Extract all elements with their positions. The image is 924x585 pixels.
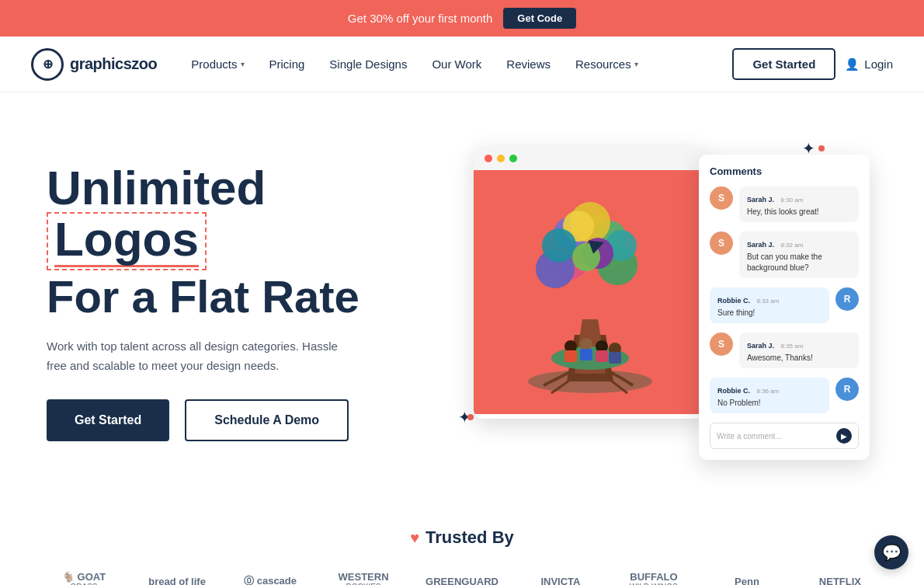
window-dot-red: [485, 155, 492, 162]
comment-item-1: S Sarah J. 8:30 am Hey, this looks great…: [710, 186, 859, 222]
comment-text-1: Hey, this looks great!: [747, 207, 851, 218]
comment-avatar-2: S: [710, 232, 733, 255]
trusted-title: ♥ Trusted By: [31, 528, 893, 548]
brand-logo-6: INVICTA: [530, 576, 592, 586]
svg-rect-21: [580, 349, 592, 360]
comment-text-2: But can you make the background blue?: [747, 252, 851, 273]
brand-logos-row: 🐐 GOATGRASS bread of life ⓪ cascade WEST…: [31, 571, 893, 585]
design-card-body: [474, 170, 707, 414]
svg-point-17: [580, 338, 592, 350]
hero-buttons: Get Started Schedule A Demo: [47, 399, 419, 441]
svg-point-13: [542, 228, 576, 263]
navbar: ⊕ graphicszoo Products ▾ Pricing Single …: [0, 37, 924, 92]
comments-panel-title: Comments: [710, 165, 859, 177]
comment-bubble-4: Sarah J. 8:35 am Awesome, Thanks!: [739, 333, 859, 368]
comment-time-1: 8:30 am: [780, 197, 803, 204]
brand-logo-8: Penn: [716, 576, 778, 586]
logo-icon: ⊕: [31, 48, 64, 81]
heart-icon: ♥: [410, 529, 419, 547]
comment-bubble-5: Robbie C. 8:36 am No Problem!: [710, 378, 829, 413]
comment-avatar-3: R: [835, 287, 859, 311]
comment-input-area[interactable]: Write a comment... ▶: [710, 423, 859, 449]
comment-bubble-3: Robbie C. 8:33 am Sure thing!: [710, 287, 829, 323]
comment-text-3: Sure thing!: [717, 308, 822, 319]
comment-avatar-5: R: [835, 378, 859, 401]
brand-logo-3: ⓪ cascade: [239, 574, 301, 585]
comment-bubble-1: Sarah J. 8:30 am Hey, this looks great!: [739, 186, 859, 222]
brand-logo-9: NETFLIX: [809, 576, 871, 586]
comment-text-5: No Problem!: [717, 398, 822, 409]
comment-time-4: 8:35 am: [780, 343, 803, 350]
hero-subtitle: Work with top talent across all design c…: [47, 336, 357, 376]
brand-logo-1: 🐐 GOATGRASS: [53, 571, 115, 585]
nav-item-single-designs[interactable]: Single Designs: [318, 51, 418, 77]
comment-time-5: 8:36 am: [756, 388, 779, 395]
chat-widget-button[interactable]: 💬: [874, 535, 908, 569]
hero-line1: Unlimited: [47, 161, 266, 214]
svg-rect-22: [596, 350, 608, 362]
nav-actions: Get Started 👤 Login: [732, 48, 893, 80]
svg-rect-20: [564, 350, 577, 362]
chevron-down-icon-2: ▾: [634, 60, 638, 68]
logo-text: graphicszoo: [70, 55, 157, 73]
brand-logo-7: BUFFALOWILD WINGS: [623, 571, 685, 585]
comment-text-4: Awesome, Thanks!: [747, 353, 851, 364]
nav-item-products[interactable]: Products ▾: [180, 51, 255, 77]
logo-link[interactable]: ⊕ graphicszoo: [31, 48, 157, 81]
comment-item-5: R Robbie C. 8:36 am No Problem!: [710, 378, 859, 413]
chevron-down-icon: ▾: [241, 60, 245, 68]
nav-links: Products ▾ Pricing Single Designs Our Wo…: [180, 51, 732, 77]
window-dot-green: [509, 155, 517, 162]
hero-text-area: Unlimited Logos For a Flat Rate Work wit…: [47, 164, 419, 441]
comment-bubble-2: Sarah J. 8:32 am But can you make the ba…: [739, 232, 859, 278]
navbar-get-started-button[interactable]: Get Started: [732, 48, 835, 80]
nav-item-reviews[interactable]: Reviews: [495, 51, 561, 77]
hero-visual: ✦ ✦ ✦: [435, 131, 877, 473]
design-card-header: [474, 147, 707, 170]
comment-name-3: Robbie C.: [717, 297, 750, 305]
comment-item-3: R Robbie C. 8:33 am Sure thing!: [710, 287, 859, 323]
hero-line2: Logos: [47, 212, 207, 270]
nav-item-resources[interactable]: Resources ▾: [564, 51, 649, 77]
hero-get-started-button[interactable]: Get Started: [47, 399, 169, 441]
comment-name-5: Robbie C.: [717, 387, 750, 395]
comment-item-2: S Sarah J. 8:32 am But can you make the …: [710, 232, 859, 278]
brand-logo-5: GREENGUARD: [426, 576, 498, 586]
comment-name-1: Sarah J.: [747, 196, 774, 204]
comment-avatar-4: S: [710, 333, 733, 356]
svg-rect-23: [609, 352, 621, 364]
comment-avatar-1: S: [710, 186, 733, 210]
comments-panel: Comments S Sarah J. 8:30 am Hey, this lo…: [699, 155, 870, 460]
brand-logo-4: WESTERNROCKIES: [332, 571, 394, 585]
hero-heading: Unlimited Logos: [47, 164, 419, 270]
user-icon: 👤: [845, 57, 860, 71]
tree-svg: [497, 179, 683, 405]
comment-input-placeholder: Write a comment...: [717, 432, 832, 440]
top-banner: Get 30% off your first month Get Code: [0, 0, 924, 37]
hero-section: Unlimited Logos For a Flat Rate Work wit…: [0, 92, 924, 496]
login-button[interactable]: 👤 Login: [845, 57, 893, 71]
comment-name-2: Sarah J.: [747, 241, 774, 249]
hero-schedule-demo-button[interactable]: Schedule A Demo: [185, 399, 349, 441]
comment-item-4: S Sarah J. 8:35 am Awesome, Thanks!: [710, 333, 859, 368]
nav-item-pricing[interactable]: Pricing: [259, 51, 316, 77]
nav-item-our-work[interactable]: Our Work: [421, 51, 492, 77]
window-dot-yellow: [497, 155, 505, 162]
comment-time-2: 8:32 am: [780, 242, 803, 249]
brand-logo-2: bread of life: [146, 576, 208, 586]
trusted-section: ♥ Trusted By 🐐 GOATGRASS bread of life ⓪…: [0, 496, 924, 585]
design-card: [474, 147, 707, 419]
comment-time-3: 8:33 am: [756, 298, 779, 305]
dot-decoration-2: [467, 414, 474, 420]
hero-line3: For a Flat Rate: [47, 270, 419, 322]
dot-decoration-1: [818, 145, 825, 151]
chat-icon: 💬: [882, 543, 901, 562]
banner-text: Get 30% off your first month: [348, 12, 492, 25]
comment-name-4: Sarah J.: [747, 342, 774, 350]
get-code-button[interactable]: Get Code: [503, 8, 576, 29]
comment-send-button[interactable]: ▶: [836, 428, 852, 444]
